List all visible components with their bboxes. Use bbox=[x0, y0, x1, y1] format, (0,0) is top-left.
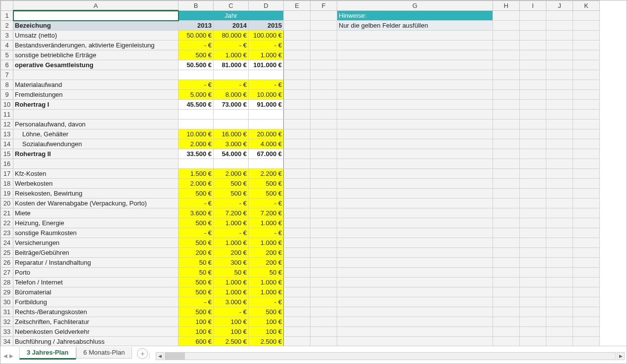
cell[interactable] bbox=[493, 218, 520, 228]
value-cell[interactable]: 3.000 € bbox=[214, 297, 249, 307]
value-cell[interactable]: 100 € bbox=[214, 327, 249, 337]
cell[interactable] bbox=[284, 238, 311, 248]
cell[interactable] bbox=[493, 159, 520, 169]
cell[interactable] bbox=[337, 139, 493, 149]
value-cell[interactable]: 16.000 € bbox=[214, 129, 249, 139]
value-cell[interactable]: 4.000 € bbox=[249, 139, 284, 149]
col-header-E[interactable]: E bbox=[284, 1, 311, 11]
tab-6-monats-plan[interactable]: 6 Monats-Plan bbox=[76, 347, 133, 359]
value-cell[interactable]: 50 € bbox=[214, 268, 249, 278]
value-cell[interactable]: 2.500 € bbox=[214, 337, 249, 346]
value-cell[interactable]: 100 € bbox=[249, 327, 284, 337]
row-header[interactable]: 4 bbox=[1, 40, 13, 50]
label-cell[interactable]: Sozialaufwendungen bbox=[13, 139, 179, 149]
cell[interactable] bbox=[573, 169, 600, 179]
cell[interactable] bbox=[546, 199, 573, 208]
value-cell[interactable] bbox=[249, 159, 284, 169]
cell[interactable] bbox=[337, 70, 493, 80]
value-cell[interactable]: 50.000 € bbox=[179, 31, 214, 40]
cell[interactable] bbox=[520, 100, 546, 110]
cell[interactable] bbox=[493, 287, 520, 297]
cell[interactable] bbox=[337, 90, 493, 100]
row-header[interactable]: 13 bbox=[1, 129, 13, 139]
cell[interactable] bbox=[520, 70, 546, 80]
cell[interactable] bbox=[337, 258, 493, 268]
cell[interactable] bbox=[573, 337, 600, 346]
cell[interactable] bbox=[546, 278, 573, 287]
cell[interactable] bbox=[337, 100, 493, 110]
cell[interactable] bbox=[284, 129, 311, 139]
cell[interactable] bbox=[520, 139, 546, 149]
row-header[interactable]: 25 bbox=[1, 248, 13, 258]
cell[interactable] bbox=[546, 218, 573, 228]
cell[interactable] bbox=[493, 307, 520, 317]
cell[interactable] bbox=[520, 11, 546, 21]
value-cell[interactable] bbox=[249, 70, 284, 80]
cell[interactable] bbox=[311, 149, 337, 159]
value-cell[interactable]: 500 € bbox=[179, 50, 214, 60]
cell[interactable] bbox=[546, 31, 573, 40]
spreadsheet-grid[interactable]: A B C D E F G H I J K 1JahrHinweise:2Bez… bbox=[0, 0, 600, 346]
cell[interactable] bbox=[284, 169, 311, 179]
cell[interactable] bbox=[337, 129, 493, 139]
cell[interactable] bbox=[546, 100, 573, 110]
cell[interactable] bbox=[493, 80, 520, 90]
cell[interactable] bbox=[311, 169, 337, 179]
row-header[interactable]: 2 bbox=[1, 21, 13, 31]
row-header[interactable]: 9 bbox=[1, 90, 13, 100]
cell[interactable] bbox=[337, 218, 493, 228]
row-header[interactable]: 19 bbox=[1, 189, 13, 199]
value-cell[interactable]: 2.000 € bbox=[179, 179, 214, 189]
cell[interactable] bbox=[284, 60, 311, 70]
cell[interactable] bbox=[520, 40, 546, 50]
cell[interactable] bbox=[546, 50, 573, 60]
row-header[interactable]: 29 bbox=[1, 287, 13, 297]
cell[interactable] bbox=[337, 169, 493, 179]
cell[interactable] bbox=[311, 110, 337, 120]
row-header[interactable]: 5 bbox=[1, 50, 13, 60]
cell[interactable] bbox=[284, 159, 311, 169]
cell[interactable] bbox=[546, 169, 573, 179]
label-cell[interactable]: Beiträge/Gebühren bbox=[13, 248, 179, 258]
value-cell[interactable]: 500 € bbox=[179, 278, 214, 287]
cell[interactable] bbox=[337, 179, 493, 189]
cell[interactable] bbox=[311, 287, 337, 297]
value-cell[interactable]: 3.600 € bbox=[179, 208, 214, 218]
value-cell[interactable]: 80.000 € bbox=[214, 31, 249, 40]
col-header-D[interactable]: D bbox=[249, 1, 284, 11]
cell[interactable] bbox=[284, 248, 311, 258]
row-header[interactable]: 30 bbox=[1, 297, 13, 307]
cell[interactable] bbox=[311, 159, 337, 169]
value-cell[interactable]: 2.000 € bbox=[179, 139, 214, 149]
cell[interactable] bbox=[311, 31, 337, 40]
cell[interactable] bbox=[311, 218, 337, 228]
cell[interactable] bbox=[284, 40, 311, 50]
cell[interactable] bbox=[311, 208, 337, 218]
cell[interactable] bbox=[284, 287, 311, 297]
row-header[interactable]: 26 bbox=[1, 258, 13, 268]
cell[interactable] bbox=[520, 80, 546, 90]
cell[interactable] bbox=[546, 90, 573, 100]
label-cell[interactable]: Materialaufwand bbox=[13, 80, 179, 90]
cell[interactable] bbox=[520, 149, 546, 159]
label-cell[interactable]: Miete bbox=[13, 208, 179, 218]
value-cell[interactable] bbox=[179, 120, 214, 129]
cell[interactable] bbox=[493, 179, 520, 189]
value-cell[interactable]: 3.000 € bbox=[214, 139, 249, 149]
value-cell[interactable] bbox=[179, 110, 214, 120]
row-header[interactable]: 15 bbox=[1, 149, 13, 159]
cell[interactable] bbox=[493, 21, 520, 31]
cell[interactable] bbox=[284, 297, 311, 307]
value-cell[interactable]: - € bbox=[249, 80, 284, 90]
cell[interactable] bbox=[573, 21, 600, 31]
tab-nav-prev-icon[interactable]: ◀ bbox=[3, 353, 7, 359]
label-cell[interactable]: Kfz-Kosten bbox=[13, 169, 179, 179]
row-header[interactable]: 18 bbox=[1, 179, 13, 189]
value-cell[interactable]: 5.000 € bbox=[179, 90, 214, 100]
value-cell[interactable]: 1.000 € bbox=[214, 218, 249, 228]
cell[interactable] bbox=[311, 258, 337, 268]
cell[interactable] bbox=[546, 40, 573, 50]
cell[interactable] bbox=[337, 149, 493, 159]
value-cell[interactable]: - € bbox=[249, 297, 284, 307]
row-header[interactable]: 14 bbox=[1, 139, 13, 149]
